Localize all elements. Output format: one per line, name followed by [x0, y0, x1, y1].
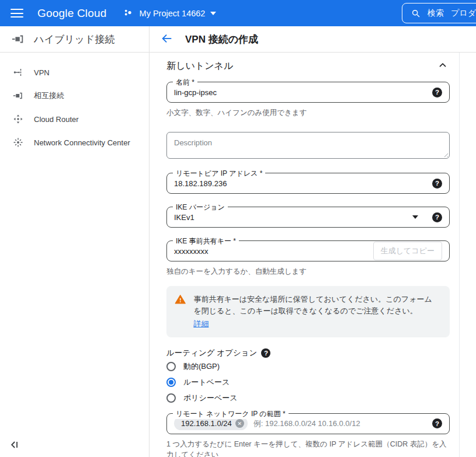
- vpn-icon: [13, 67, 23, 78]
- radio-route-based[interactable]: ルートベース: [166, 375, 450, 390]
- google-cloud-logo[interactable]: Google Cloud: [37, 7, 107, 20]
- chip-remove-icon[interactable]: [235, 419, 244, 428]
- page-title: VPN 接続の作成: [185, 33, 258, 46]
- ike-psk-label: IKE 事前共有キー *: [173, 236, 239, 246]
- name-field-label: 名前 *: [173, 78, 197, 88]
- sidebar-item-label: Network Connectivity Center: [34, 138, 130, 147]
- help-icon[interactable]: [261, 348, 270, 358]
- help-icon[interactable]: [432, 212, 442, 222]
- sidebar: ハイブリッド接続 VPN 相互接続: [0, 26, 150, 457]
- remote-peer-ip-label: リモートピア IP アドレス *: [173, 169, 265, 179]
- remote-ip-ranges-field[interactable]: リモート ネットワーク IP の範囲 * 192.168.1.0/24 例: 1…: [166, 413, 450, 434]
- sidebar-title: ハイブリッド接続: [34, 33, 114, 46]
- search-input[interactable]: 検索 プロダ: [402, 3, 476, 23]
- ike-version-value[interactable]: [174, 213, 408, 222]
- main-content: VPN 接続の作成 新しいトンネル 名前 * 小文字、数字、ハイフンのみ使用でき…: [150, 26, 476, 457]
- ike-version-select[interactable]: IKE バージョン: [166, 207, 450, 228]
- chevron-down-icon: [210, 12, 216, 15]
- network-connectivity-center-icon: [13, 137, 23, 148]
- name-field[interactable]: 名前 *: [166, 82, 450, 103]
- search-placeholder: プロダ: [451, 8, 476, 19]
- psk-warning-banner: 事前共有キーは安全な場所に保管しておいてください。このフォームを閉じると、このキ…: [166, 286, 450, 337]
- ike-version-label: IKE バージョン: [173, 203, 228, 212]
- name-helper-text: 小文字、数字、ハイフンのみ使用できます: [166, 107, 450, 118]
- interconnect-icon: [13, 90, 23, 101]
- ip-range-placeholder: 例: 192.168.0.0/24 10.16.0.0/12: [253, 418, 426, 429]
- sidebar-item-network-connectivity-center[interactable]: Network Connectivity Center: [0, 131, 149, 154]
- menu-icon[interactable]: [11, 9, 23, 18]
- sidebar-item-label: Cloud Router: [34, 115, 79, 124]
- warning-icon: [175, 294, 186, 305]
- cloud-router-icon: [13, 114, 23, 124]
- sidebar-item-interconnect[interactable]: 相互接続: [0, 84, 149, 107]
- help-icon[interactable]: [432, 179, 442, 189]
- generate-copy-button[interactable]: 生成してコピー: [373, 242, 442, 260]
- project-selector[interactable]: My Project 14662: [123, 8, 217, 19]
- remote-peer-ip-input[interactable]: [174, 179, 426, 188]
- tunnel-form: 新しいトンネル 名前 * 小文字、数字、ハイフンのみ使用できます: [150, 53, 450, 457]
- ike-psk-field[interactable]: IKE 事前共有キー * 生成してコピー: [166, 240, 450, 261]
- sidebar-item-vpn[interactable]: VPN: [0, 61, 149, 84]
- name-input[interactable]: [174, 88, 426, 97]
- remote-peer-ip-field[interactable]: リモートピア IP アドレス *: [166, 173, 450, 194]
- radio-dynamic-bgp[interactable]: 動的(BGP): [166, 359, 450, 374]
- project-name: My Project 14662: [140, 9, 206, 18]
- sidebar-item-label: VPN: [34, 68, 50, 77]
- search-icon: [411, 9, 421, 18]
- sidebar-item-cloud-router[interactable]: Cloud Router: [0, 107, 149, 131]
- back-arrow-icon[interactable]: [159, 32, 175, 47]
- radio-icon[interactable]: [166, 362, 176, 371]
- section-title: 新しいトンネル: [166, 60, 233, 72]
- radio-icon[interactable]: [166, 393, 176, 403]
- radio-policy-based[interactable]: ポリシーベース: [166, 390, 450, 406]
- project-icon: [123, 8, 134, 19]
- content-divider: [459, 53, 460, 457]
- collapse-section-icon[interactable]: [436, 59, 450, 73]
- ike-psk-helper-text: 独自のキーを入力するか、自動生成します: [166, 266, 450, 277]
- remote-ip-ranges-label: リモート ネットワーク IP の範囲 *: [173, 409, 289, 419]
- dropdown-arrow-icon[interactable]: [412, 215, 418, 219]
- warning-text: 事前共有キーは安全な場所に保管しておいてください。このフォームを閉じると、このキ…: [193, 295, 432, 315]
- sidebar-item-label: 相互接続: [34, 90, 64, 101]
- description-textarea[interactable]: [166, 132, 450, 159]
- help-icon[interactable]: [432, 418, 442, 428]
- ike-psk-input[interactable]: [174, 247, 373, 256]
- routing-options-label: ルーティング オプション: [166, 348, 257, 358]
- page-header: VPN 接続の作成: [150, 26, 476, 53]
- radio-selected-icon[interactable]: [166, 378, 176, 387]
- ip-ranges-helper-text: 1 つ入力するたびに Enter キーを押して、複数の IP アドレス範囲（CI…: [166, 439, 450, 457]
- hybrid-connectivity-icon: [12, 33, 25, 46]
- help-icon[interactable]: [432, 88, 442, 97]
- sidebar-nav: VPN 相互接続 Cloud Router: [0, 53, 149, 154]
- topbar: Google Cloud My Project 14662 検索 プロダ: [0, 0, 476, 26]
- search-label: 検索: [428, 8, 444, 19]
- sidebar-header: ハイブリッド接続: [0, 26, 149, 53]
- details-link[interactable]: 詳細: [193, 318, 209, 330]
- collapse-sidebar-icon[interactable]: [7, 437, 23, 453]
